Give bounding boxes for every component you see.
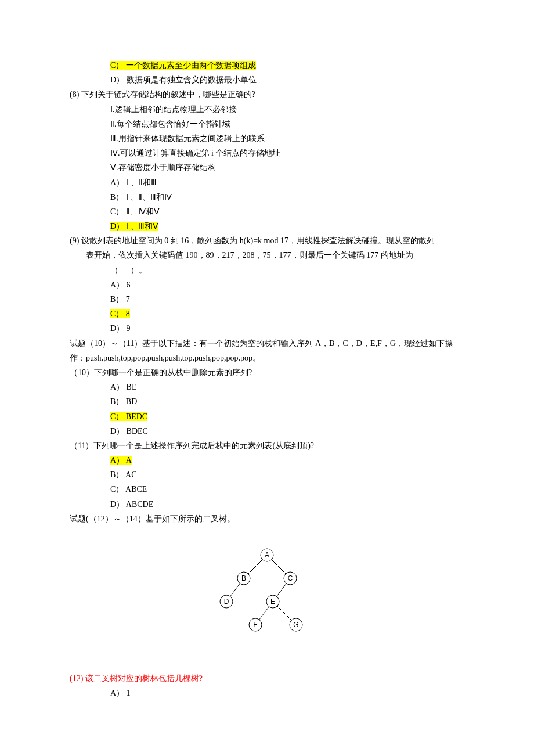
q9-option-a: A） 6 — [70, 278, 464, 292]
tree-node-a: A — [265, 551, 269, 559]
tree-node-f: F — [253, 621, 257, 629]
q9-option-d: D） 9 — [70, 321, 464, 336]
q8-statement-3: Ⅲ.用指针来体现数据元素之间逻辑上的联系 — [70, 131, 464, 146]
q8-statement-1: Ⅰ.逻辑上相邻的结点物理上不必邻接 — [70, 102, 464, 117]
q8-option-c: C） Ⅱ、Ⅳ和Ⅴ — [70, 204, 464, 219]
tree-node-c: C — [288, 574, 293, 582]
q8-statement-2: Ⅱ.每个结点都包含恰好一个指针域 — [70, 117, 464, 131]
q10-option-c: C） BEDC — [110, 412, 147, 421]
q9-stem-line2: 表开始，依次插入关键码值 190，89，217，208，75，177，则最后一个… — [70, 248, 464, 262]
q11-option-c: C） ABCE — [70, 482, 464, 496]
q11-stem: （11）下列哪一个是上述操作序列完成后栈中的元素列表(从底到顶)? — [70, 438, 464, 453]
q8-option-a: A） Ⅰ 、Ⅱ和Ⅲ — [70, 175, 464, 190]
q10-stem: （10）下列哪一个是正确的从栈中删除元素的序列? — [70, 365, 464, 380]
q11-option-d: D） ABCDE — [70, 497, 464, 512]
tree-node-g: G — [293, 621, 298, 629]
q12-option-a: A） 1 — [70, 686, 464, 700]
q8-option-b: B） Ⅰ 、Ⅱ、Ⅲ和Ⅳ — [70, 190, 464, 204]
tree-node-b: B — [241, 574, 246, 582]
q9-option-b: B） 7 — [70, 292, 464, 307]
q8-stem: (8) 下列关于链式存储结构的叙述中，哪些是正确的? — [70, 87, 464, 102]
q8-option-d: D） Ⅰ 、Ⅲ和Ⅴ — [110, 222, 158, 231]
q7-option-d: D） 数据项是有独立含义的数据最小单位 — [70, 73, 464, 87]
tree-node-e: E — [270, 597, 275, 606]
q12-stem: (12) 该二叉树对应的树林包括几棵树? — [70, 671, 464, 686]
q9-stem-line1: (9) 设散列表的地址空间为 0 到 16，散列函数为 h(k)=k mod 1… — [70, 233, 464, 248]
desc1-line1: 试题（10）～（11）基于以下描述：有一个初始为空的栈和输入序列 A，B，C，D… — [70, 336, 464, 351]
q9-option-c: C） 8 — [110, 309, 130, 318]
q8-statement-5: Ⅴ.存储密度小于顺序存储结构 — [70, 160, 464, 175]
q8-statement-4: Ⅳ.可以通过计算直接确定第 i 个结点的存储地址 — [70, 146, 464, 160]
q10-option-d: D） BDEC — [70, 424, 464, 438]
q7-option-c: C） 一个数据元素至少由两个数据项组成 — [110, 61, 256, 70]
q10-option-b: B） BD — [70, 394, 464, 409]
desc1-line2: 作：push,push,top,pop,push,push,top,push,p… — [70, 351, 464, 365]
q10-option-a: A） BE — [70, 380, 464, 394]
q9-blank: （ ）。 — [70, 263, 464, 278]
tree-node-d: D — [224, 597, 229, 606]
binary-tree-diagram: A B C D E F G — [70, 543, 464, 648]
desc2: 试题(（12）～（14）基于如下所示的二叉树。 — [70, 512, 464, 526]
q11-option-b: B） AC — [70, 467, 464, 482]
q11-option-a: A） A — [110, 456, 132, 465]
